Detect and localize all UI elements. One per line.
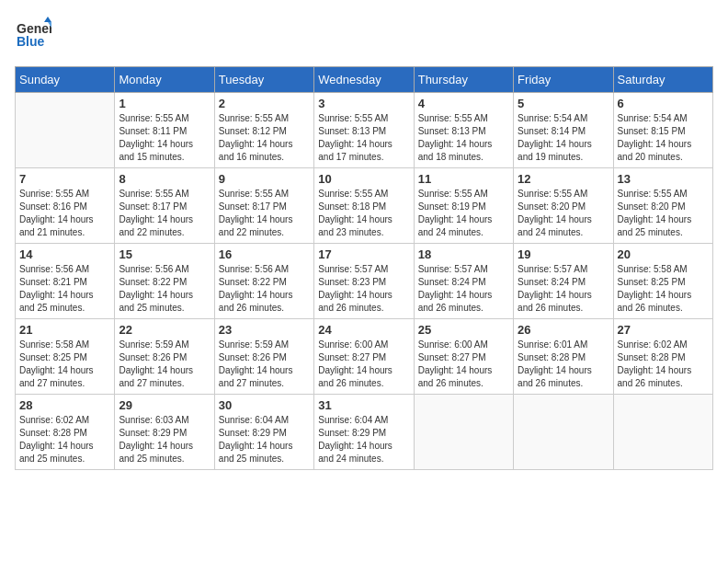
logo: General Blue (15, 15, 51, 55)
calendar-week-3: 14Sunrise: 5:56 AMSunset: 8:21 PMDayligh… (16, 244, 713, 319)
day-number: 4 (418, 97, 509, 110)
calendar-week-5: 28Sunrise: 6:02 AMSunset: 8:28 PMDayligh… (16, 395, 713, 470)
day-number: 29 (119, 398, 210, 412)
header-thursday: Thursday (414, 67, 513, 93)
day-info: Sunrise: 6:04 AMSunset: 8:29 PMDaylight:… (219, 414, 310, 465)
header-wednesday: Wednesday (314, 67, 414, 93)
calendar-cell: 18Sunrise: 5:57 AMSunset: 8:24 PMDayligh… (414, 244, 513, 319)
day-number: 30 (219, 398, 310, 412)
calendar-cell: 17Sunrise: 5:57 AMSunset: 8:23 PMDayligh… (314, 244, 414, 319)
calendar-cell: 6Sunrise: 5:54 AMSunset: 8:15 PMDaylight… (613, 93, 712, 168)
calendar-cell: 20Sunrise: 5:58 AMSunset: 8:25 PMDayligh… (613, 244, 712, 319)
day-info: Sunrise: 5:55 AMSunset: 8:20 PMDaylight:… (618, 188, 709, 239)
day-info: Sunrise: 6:03 AMSunset: 8:29 PMDaylight:… (119, 414, 210, 465)
day-number: 24 (318, 323, 409, 337)
calendar-cell: 8Sunrise: 5:55 AMSunset: 8:17 PMDaylight… (115, 168, 214, 244)
calendar-cell: 10Sunrise: 5:55 AMSunset: 8:18 PMDayligh… (314, 168, 414, 244)
day-info: Sunrise: 6:02 AMSunset: 8:28 PMDaylight:… (19, 414, 110, 465)
calendar-cell: 5Sunrise: 5:54 AMSunset: 8:14 PMDaylight… (514, 93, 613, 168)
day-info: Sunrise: 5:55 AMSunset: 8:20 PMDaylight:… (518, 188, 609, 239)
day-info: Sunrise: 5:56 AMSunset: 8:22 PMDaylight:… (119, 263, 210, 315)
day-info: Sunrise: 5:57 AMSunset: 8:23 PMDaylight:… (318, 263, 409, 315)
day-info: Sunrise: 5:55 AMSunset: 8:13 PMDaylight:… (418, 112, 509, 164)
day-number: 11 (418, 172, 509, 186)
calendar-cell: 31Sunrise: 6:04 AMSunset: 8:29 PMDayligh… (314, 395, 414, 470)
calendar-week-4: 21Sunrise: 5:58 AMSunset: 8:25 PMDayligh… (16, 319, 713, 395)
calendar-cell: 1Sunrise: 5:55 AMSunset: 8:11 PMDaylight… (115, 93, 214, 168)
day-number: 17 (318, 247, 409, 261)
calendar-cell: 13Sunrise: 5:55 AMSunset: 8:20 PMDayligh… (613, 168, 712, 244)
day-info: Sunrise: 5:57 AMSunset: 8:24 PMDaylight:… (418, 263, 509, 315)
day-number: 19 (518, 247, 609, 261)
day-number: 1 (119, 97, 210, 110)
day-number: 7 (19, 172, 110, 186)
calendar-cell (514, 395, 613, 470)
day-info: Sunrise: 5:58 AMSunset: 8:25 PMDaylight:… (19, 339, 110, 390)
day-info: Sunrise: 6:00 AMSunset: 8:27 PMDaylight:… (318, 339, 409, 390)
day-info: Sunrise: 5:57 AMSunset: 8:24 PMDaylight:… (518, 263, 609, 315)
day-info: Sunrise: 5:55 AMSunset: 8:16 PMDaylight:… (19, 188, 110, 239)
calendar-cell: 14Sunrise: 5:56 AMSunset: 8:21 PMDayligh… (16, 244, 115, 319)
day-info: Sunrise: 5:55 AMSunset: 8:19 PMDaylight:… (418, 188, 509, 239)
day-number: 14 (19, 247, 110, 261)
header-saturday: Saturday (613, 67, 712, 93)
day-number: 5 (518, 97, 609, 110)
calendar-cell: 26Sunrise: 6:01 AMSunset: 8:28 PMDayligh… (514, 319, 613, 395)
calendar-cell: 22Sunrise: 5:59 AMSunset: 8:26 PMDayligh… (115, 319, 214, 395)
svg-marker-2 (44, 17, 51, 22)
day-info: Sunrise: 6:01 AMSunset: 8:28 PMDaylight:… (518, 339, 609, 390)
day-info: Sunrise: 5:59 AMSunset: 8:26 PMDaylight:… (119, 339, 210, 390)
calendar-cell: 16Sunrise: 5:56 AMSunset: 8:22 PMDayligh… (214, 244, 313, 319)
day-number: 25 (418, 323, 509, 337)
calendar-cell: 3Sunrise: 5:55 AMSunset: 8:13 PMDaylight… (314, 93, 414, 168)
day-info: Sunrise: 6:02 AMSunset: 8:28 PMDaylight:… (618, 339, 709, 390)
day-number: 21 (19, 323, 110, 337)
calendar-cell: 2Sunrise: 5:55 AMSunset: 8:12 PMDaylight… (214, 93, 313, 168)
calendar-cell: 24Sunrise: 6:00 AMSunset: 8:27 PMDayligh… (314, 319, 414, 395)
day-number: 31 (318, 398, 409, 412)
day-info: Sunrise: 5:55 AMSunset: 8:17 PMDaylight:… (119, 188, 210, 239)
day-number: 26 (518, 323, 609, 337)
calendar-cell: 11Sunrise: 5:55 AMSunset: 8:19 PMDayligh… (414, 168, 513, 244)
day-number: 13 (618, 172, 709, 186)
day-number: 3 (318, 97, 409, 110)
svg-text:Blue: Blue (17, 34, 45, 49)
day-number: 16 (219, 247, 310, 261)
calendar-cell: 30Sunrise: 6:04 AMSunset: 8:29 PMDayligh… (214, 395, 313, 470)
day-number: 27 (618, 323, 709, 337)
calendar-cell: 25Sunrise: 6:00 AMSunset: 8:27 PMDayligh… (414, 319, 513, 395)
calendar-cell: 29Sunrise: 6:03 AMSunset: 8:29 PMDayligh… (115, 395, 214, 470)
header-friday: Friday (514, 67, 613, 93)
day-number: 8 (119, 172, 210, 186)
page-header: General Blue (15, 15, 713, 55)
day-info: Sunrise: 5:56 AMSunset: 8:22 PMDaylight:… (219, 263, 310, 315)
day-number: 23 (219, 323, 310, 337)
day-info: Sunrise: 5:58 AMSunset: 8:25 PMDaylight:… (618, 263, 709, 315)
day-number: 6 (618, 97, 709, 110)
header-sunday: Sunday (16, 67, 115, 93)
calendar-cell: 12Sunrise: 5:55 AMSunset: 8:20 PMDayligh… (514, 168, 613, 244)
day-number: 2 (219, 97, 310, 110)
day-info: Sunrise: 5:55 AMSunset: 8:17 PMDaylight:… (219, 188, 310, 239)
calendar-cell: 15Sunrise: 5:56 AMSunset: 8:22 PMDayligh… (115, 244, 214, 319)
day-info: Sunrise: 5:55 AMSunset: 8:18 PMDaylight:… (318, 188, 409, 239)
calendar-cell: 23Sunrise: 5:59 AMSunset: 8:26 PMDayligh… (214, 319, 313, 395)
day-number: 10 (318, 172, 409, 186)
calendar-cell (613, 395, 712, 470)
day-number: 12 (518, 172, 609, 186)
calendar-cell: 4Sunrise: 5:55 AMSunset: 8:13 PMDaylight… (414, 93, 513, 168)
header-monday: Monday (115, 67, 214, 93)
day-number: 20 (618, 247, 709, 261)
calendar-cell: 9Sunrise: 5:55 AMSunset: 8:17 PMDaylight… (214, 168, 313, 244)
calendar-header-row: SundayMondayTuesdayWednesdayThursdayFrid… (16, 67, 713, 93)
logo-graphic: General Blue (15, 15, 51, 55)
day-info: Sunrise: 5:54 AMSunset: 8:14 PMDaylight:… (518, 112, 609, 164)
day-info: Sunrise: 6:04 AMSunset: 8:29 PMDaylight:… (318, 414, 409, 465)
day-info: Sunrise: 5:54 AMSunset: 8:15 PMDaylight:… (618, 112, 709, 164)
day-info: Sunrise: 5:55 AMSunset: 8:13 PMDaylight:… (318, 112, 409, 164)
day-number: 15 (119, 247, 210, 261)
calendar-cell: 21Sunrise: 5:58 AMSunset: 8:25 PMDayligh… (16, 319, 115, 395)
calendar-table: SundayMondayTuesdayWednesdayThursdayFrid… (15, 66, 713, 470)
calendar-cell (414, 395, 513, 470)
day-number: 28 (19, 398, 110, 412)
